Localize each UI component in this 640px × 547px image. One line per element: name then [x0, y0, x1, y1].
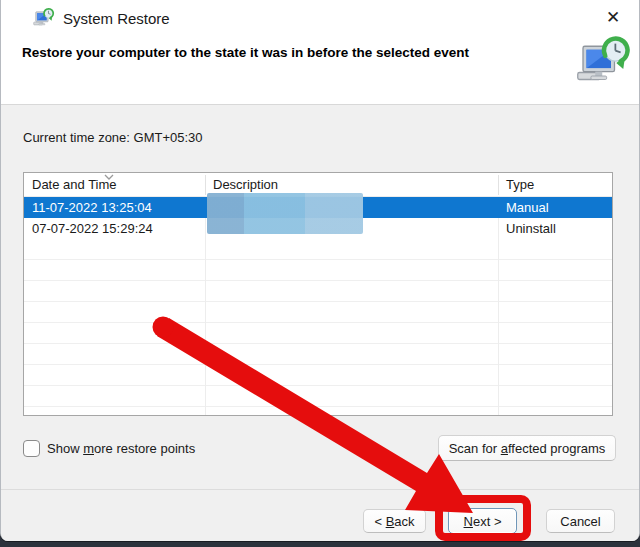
window-title: System Restore [63, 10, 170, 27]
cancel-button[interactable]: Cancel [546, 509, 615, 533]
footer-bar: < Back Next > Cancel [1, 489, 639, 541]
restore-point-type: Manual [506, 197, 549, 218]
wizard-heading: Restore your computer to the state it wa… [22, 45, 542, 60]
column-header-date-time[interactable]: Date and Time [24, 173, 205, 197]
show-more-row: Show more restore points [23, 438, 195, 458]
header-section: System Restore ✕ Restore your computer t… [1, 0, 639, 105]
sort-chevron-icon [104, 174, 114, 180]
restore-point-date: 07-07-2022 15:29:24 [32, 218, 153, 239]
system-restore-illustration-icon [576, 34, 632, 90]
column-header-label: Type [506, 177, 534, 192]
restore-points-table: Date and Time Description Type 11-07- [23, 172, 613, 416]
close-button[interactable]: ✕ [601, 6, 625, 30]
restore-point-date: 11-07-2022 13:25:04 [32, 197, 152, 218]
back-button[interactable]: < Back [363, 509, 426, 533]
restore-point-type: Uninstall [506, 218, 556, 239]
close-icon: ✕ [606, 8, 620, 27]
show-more-label: Show more restore points [47, 441, 195, 456]
redacted-description-blur [207, 193, 363, 234]
next-button[interactable]: Next > [448, 508, 517, 534]
show-more-checkbox[interactable] [23, 440, 40, 457]
column-header-label: Description [213, 177, 278, 192]
column-separator [498, 175, 499, 195]
system-restore-icon [33, 7, 55, 29]
scan-affected-programs-button[interactable]: Scan for affected programs [438, 435, 616, 461]
system-restore-window: System Restore ✕ Restore your computer t… [0, 0, 640, 541]
table-gridlines [24, 239, 612, 415]
timezone-label: Current time zone: GMT+05:30 [23, 130, 203, 145]
screenshot-stage: System Restore ✕ Restore your computer t… [0, 0, 640, 547]
column-header-type[interactable]: Type [498, 173, 612, 197]
column-separator [205, 175, 206, 195]
titlebar: System Restore ✕ [1, 0, 639, 36]
